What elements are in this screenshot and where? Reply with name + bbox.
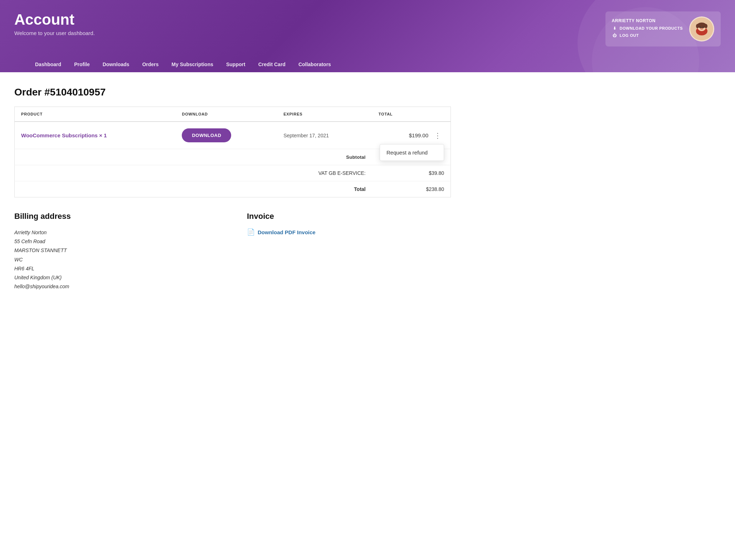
pdf-icon: 📄 — [247, 228, 255, 236]
svg-point-4 — [696, 24, 699, 28]
main-nav: Dashboard Profile Downloads Orders My Su… — [14, 57, 721, 72]
col-expires: EXPIRES — [277, 107, 372, 122]
billing-country: United Kingdom (UK) — [14, 273, 218, 282]
subtotal-label-cell: Subtotal — [15, 149, 372, 165]
user-name: ARRIETTY NORTON — [612, 18, 683, 23]
download-products-link[interactable]: ⬇ DOWNLOAD YOUR PRODUCTS — [612, 25, 683, 31]
product-link[interactable]: WooCommerce Subscriptions × 1 — [21, 132, 107, 138]
col-product: PRODUCT — [15, 107, 176, 122]
vat-label-cell: VAT GB E-SERVICE: — [15, 165, 372, 181]
download-cell: DOWNLOAD — [175, 122, 277, 149]
header-title-block: Account Welcome to your user dashboard. — [14, 11, 95, 36]
col-total: TOTAL — [372, 107, 451, 122]
total-value: $238.80 — [426, 186, 444, 192]
billing-address4: HR6 4FL — [14, 264, 218, 273]
billing-name: Arrietty Norton — [14, 228, 218, 237]
page-title: Account — [14, 11, 95, 28]
download-icon: ⬇ — [612, 25, 618, 31]
more-options-button[interactable]: ⋮ — [431, 130, 444, 141]
user-panel: ARRIETTY NORTON ⬇ DOWNLOAD YOUR PRODUCTS… — [605, 11, 721, 46]
total-value-cell: $238.80 — [372, 181, 451, 197]
nav-downloads[interactable]: Downloads — [96, 57, 136, 72]
expires-cell: September 17, 2021 — [277, 122, 372, 149]
billing-email: hello@shipyouridea.com — [14, 282, 218, 291]
page-header: Account Welcome to your user dashboard. … — [0, 0, 735, 72]
nav-dashboard[interactable]: Dashboard — [29, 57, 68, 72]
nav-credit-card[interactable]: Credit Card — [252, 57, 292, 72]
billing-address3: WC — [14, 255, 218, 264]
grand-total-row: Total $238.80 — [15, 181, 451, 197]
user-info: ARRIETTY NORTON ⬇ DOWNLOAD YOUR PRODUCTS… — [612, 18, 683, 40]
svg-point-6 — [700, 27, 701, 28]
dropdown-menu: Request a refund — [380, 144, 444, 161]
billing-heading: Billing address — [14, 212, 218, 221]
nav-orders[interactable]: Orders — [136, 57, 165, 72]
vat-value: $39.80 — [429, 170, 444, 176]
main-content: Order #5104010957 PRODUCT DOWNLOAD EXPIR… — [0, 72, 465, 305]
billing-address2: MARSTON STANNETT — [14, 246, 218, 255]
billing-address: Arrietty Norton 55 Cefn Road MARSTON STA… — [14, 228, 218, 291]
svg-point-5 — [705, 24, 707, 28]
nav-collaborators[interactable]: Collaborators — [292, 57, 337, 72]
bottom-section: Billing address Arrietty Norton 55 Cefn … — [14, 212, 451, 291]
billing-address1: 55 Cefn Road — [14, 237, 218, 246]
billing-section: Billing address Arrietty Norton 55 Cefn … — [14, 212, 218, 291]
vat-row: VAT GB E-SERVICE: $39.80 — [15, 165, 451, 181]
avatar — [689, 16, 714, 41]
price-cell: $199.00 ⋮ Request a refund — [379, 130, 444, 141]
vat-value-cell: $39.80 — [372, 165, 451, 181]
logout-link[interactable]: ⏻ LOG OUT — [612, 33, 683, 38]
invoice-section: Invoice 📄 Download PDF Invoice — [247, 212, 451, 291]
invoice-heading: Invoice — [247, 212, 451, 221]
request-refund-item[interactable]: Request a refund — [380, 144, 444, 161]
product-cell: WooCommerce Subscriptions × 1 — [15, 122, 176, 149]
power-icon: ⏻ — [612, 33, 618, 38]
download-invoice-label: Download PDF Invoice — [258, 229, 316, 235]
svg-point-7 — [703, 27, 704, 28]
product-price: $199.00 — [409, 132, 428, 138]
page-subtitle: Welcome to your user dashboard. — [14, 30, 95, 36]
vat-label: VAT GB E-SERVICE: — [318, 170, 366, 176]
table-row: WooCommerce Subscriptions × 1 DOWNLOAD S… — [15, 122, 451, 149]
subtotal-label: Subtotal — [346, 154, 365, 160]
order-title: Order #5104010957 — [14, 87, 451, 98]
order-table: PRODUCT DOWNLOAD EXPIRES TOTAL WooCommer… — [14, 107, 451, 197]
nav-profile[interactable]: Profile — [68, 57, 96, 72]
expires-value: September 17, 2021 — [283, 133, 329, 138]
nav-support[interactable]: Support — [220, 57, 252, 72]
total-label-cell: Total — [15, 181, 372, 197]
download-button[interactable]: DOWNLOAD — [182, 128, 231, 142]
nav-my-subscriptions[interactable]: My Subscriptions — [165, 57, 220, 72]
download-invoice-link[interactable]: 📄 Download PDF Invoice — [247, 228, 451, 236]
col-download: DOWNLOAD — [175, 107, 277, 122]
total-cell: $199.00 ⋮ Request a refund — [372, 122, 451, 149]
total-label: Total — [354, 186, 365, 192]
